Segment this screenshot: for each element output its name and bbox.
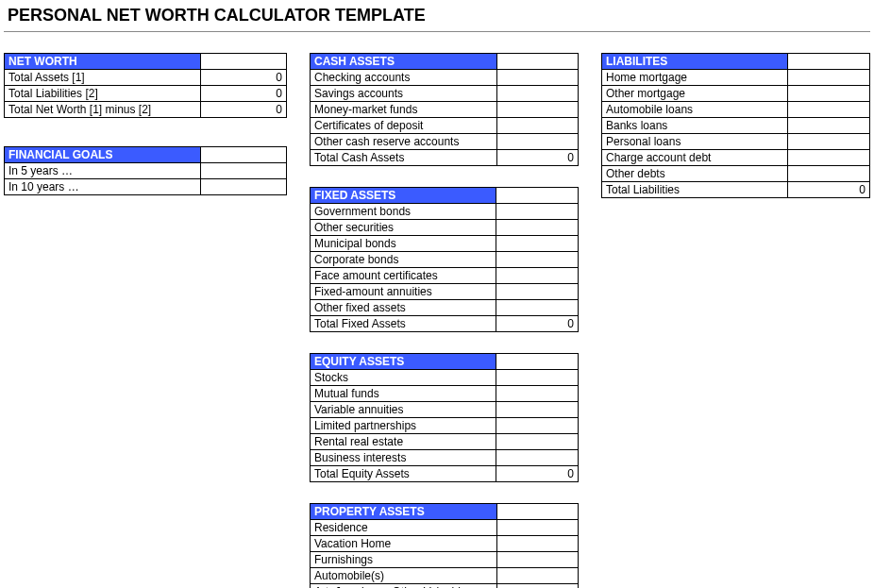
- table-row-value[interactable]: [496, 70, 578, 86]
- table-row-value[interactable]: [497, 536, 579, 552]
- cash-assets-header: CASH ASSETS: [311, 54, 497, 70]
- table-row-value[interactable]: 0: [496, 150, 578, 166]
- table-row-value[interactable]: [496, 402, 579, 418]
- table-row-value[interactable]: [497, 584, 579, 589]
- table-row-value[interactable]: [496, 86, 578, 102]
- table-row-value[interactable]: [496, 370, 579, 386]
- property-assets-header: PROPERTY ASSETS: [311, 504, 497, 520]
- table-row-label: Vacation Home: [311, 536, 497, 552]
- cash-assets-section: CASH ASSETSChecking accountsSavings acco…: [310, 53, 579, 166]
- table-row-value[interactable]: 0: [788, 182, 870, 198]
- table-row-value[interactable]: [788, 150, 870, 166]
- table-row-value[interactable]: [788, 166, 870, 182]
- goals-header-blank: [200, 147, 286, 163]
- table-row-label: Automobile(s): [311, 568, 497, 584]
- table-row-value[interactable]: 0: [496, 466, 579, 482]
- table-row-label: Fixed-amount annuities: [311, 284, 496, 300]
- table-row-value[interactable]: 0: [200, 70, 286, 86]
- table-row-value[interactable]: 0: [200, 86, 286, 102]
- table-row-value[interactable]: [788, 102, 870, 118]
- equity-assets-header-blank: [496, 354, 579, 370]
- table-row-label: Other securities: [311, 220, 496, 236]
- table-row-label: Total Net Worth [1] minus [2]: [5, 102, 201, 118]
- table-row-label: Total Equity Assets: [311, 466, 496, 482]
- fixed-assets-header: FIXED ASSETS: [311, 188, 496, 204]
- table-row-label: Other mortgage: [602, 86, 788, 102]
- table-row-label: Government bonds: [311, 204, 496, 220]
- table-row-value[interactable]: [496, 236, 579, 252]
- net-worth-header: NET WORTH: [5, 54, 201, 70]
- table-row-label: Certificates of deposit: [311, 118, 497, 134]
- table-row-value[interactable]: [496, 134, 578, 150]
- table-row-label: Municipal bonds: [311, 236, 496, 252]
- equity-assets-header: EQUITY ASSETS: [311, 354, 496, 370]
- property-assets-header-blank: [497, 504, 579, 520]
- property-assets-section: PROPERTY ASSETSResidenceVacation HomeFur…: [310, 503, 579, 588]
- table-row-label: Limited partnerships: [311, 418, 496, 434]
- table-row-value[interactable]: [497, 552, 579, 568]
- table-row-label: Home mortgage: [602, 70, 788, 86]
- table-row-value[interactable]: [497, 520, 579, 536]
- table-row-label: Total Cash Assets: [311, 150, 497, 166]
- fixed-assets-section: FIXED ASSETSGovernment bondsOther securi…: [310, 187, 579, 332]
- table-row-value[interactable]: [497, 568, 579, 584]
- liabilities-header-blank: [788, 54, 870, 70]
- right-column: LIABILITESHome mortgageOther mortgageAut…: [601, 53, 870, 588]
- table-row-label: Variable annuities: [311, 402, 496, 418]
- table-row-label: Residence: [311, 520, 497, 536]
- table-row-label: In 5 years …: [5, 163, 201, 179]
- table-row-value[interactable]: [496, 434, 579, 450]
- table-row-value[interactable]: [496, 204, 579, 220]
- table-row-value[interactable]: [496, 102, 578, 118]
- liabilities-header: LIABILITES: [602, 54, 788, 70]
- equity-assets-section: EQUITY ASSETSStocksMutual fundsVariable …: [310, 353, 579, 482]
- table-row-label: Other debts: [602, 166, 788, 182]
- table-row-label: Total Assets [1]: [5, 70, 201, 86]
- fixed-assets-header-blank: [496, 188, 579, 204]
- table-row-value[interactable]: [788, 70, 870, 86]
- table-row-value[interactable]: [496, 300, 579, 316]
- table-row-label: Rental real estate: [311, 434, 496, 450]
- liabilities-section: LIABILITESHome mortgageOther mortgageAut…: [601, 53, 870, 198]
- table-row-value[interactable]: 0: [496, 316, 579, 332]
- table-row-label: Savings accounts: [311, 86, 497, 102]
- table-row-value[interactable]: [496, 450, 579, 466]
- table-row-value[interactable]: [200, 163, 286, 179]
- table-row-value[interactable]: [496, 284, 579, 300]
- table-row-label: Other cash reserve accounts: [311, 134, 497, 150]
- table-row-value[interactable]: [788, 86, 870, 102]
- net-worth-section: NET WORTH Total Assets [1] 0 Total Liabi…: [4, 53, 287, 118]
- table-row-value[interactable]: 0: [200, 102, 286, 118]
- table-row-label: Art, Jewelry, or Other Valuables: [311, 584, 497, 589]
- table-row-label: Personal loans: [602, 134, 788, 150]
- table-row-label: In 10 years …: [5, 179, 201, 195]
- left-column: NET WORTH Total Assets [1] 0 Total Liabi…: [4, 53, 287, 588]
- table-row-label: Other fixed assets: [311, 300, 496, 316]
- table-row-label: Total Fixed Assets: [311, 316, 496, 332]
- table-row-label: Business interests: [311, 450, 496, 466]
- table-row-label: Checking accounts: [311, 70, 497, 86]
- table-row-value[interactable]: [496, 220, 579, 236]
- table-row-label: Automobile loans: [602, 102, 788, 118]
- page-title: PERSONAL NET WORTH CALCULATOR TEMPLATE: [4, 4, 870, 32]
- table-row-label: Total Liabilities [2]: [5, 86, 201, 102]
- table-row-label: Stocks: [311, 370, 496, 386]
- financial-goals-section: FINANCIAL GOALS In 5 years … In 10 years…: [4, 146, 287, 195]
- net-worth-header-blank: [200, 54, 286, 70]
- table-row-label: Banks loans: [602, 118, 788, 134]
- table-row-label: Money-market funds: [311, 102, 497, 118]
- table-row-label: Mutual funds: [311, 386, 496, 402]
- table-row-value[interactable]: [496, 386, 579, 402]
- table-row-value[interactable]: [496, 118, 578, 134]
- middle-column: CASH ASSETSChecking accountsSavings acco…: [310, 53, 579, 588]
- table-row-value[interactable]: [496, 252, 579, 268]
- columns-container: NET WORTH Total Assets [1] 0 Total Liabi…: [4, 32, 870, 588]
- table-row-label: Charge account debt: [602, 150, 788, 166]
- table-row-value[interactable]: [496, 268, 579, 284]
- table-row-value[interactable]: [496, 418, 579, 434]
- table-row-value[interactable]: [200, 179, 286, 195]
- table-row-value[interactable]: [788, 134, 870, 150]
- table-row-label: Corporate bonds: [311, 252, 496, 268]
- table-row-value[interactable]: [788, 118, 870, 134]
- table-row-label: Face amount certificates: [311, 268, 496, 284]
